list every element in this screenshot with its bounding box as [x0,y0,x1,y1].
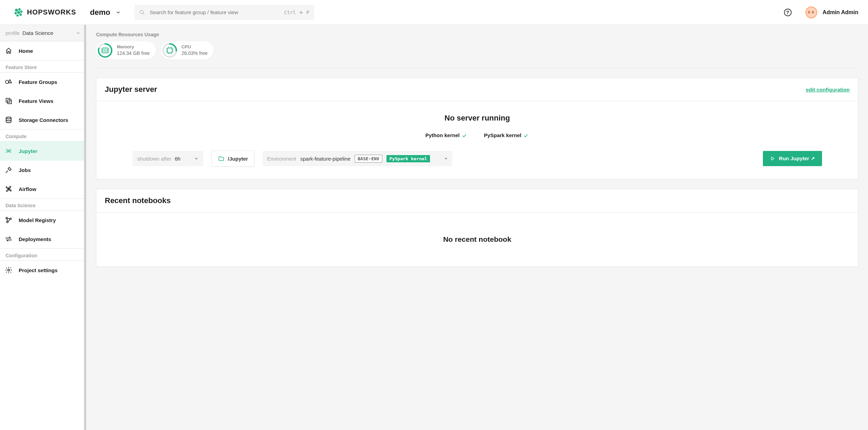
brand-logo[interactable]: HOPSWORKS [14,8,76,17]
sidebar-item-label: Home [19,48,33,54]
check-icon [461,132,467,138]
usage-memory: Memory 124.34 GB free [96,41,156,59]
chevron-down-icon [76,31,81,36]
shutdown-selector[interactable]: shutdown after 6h [132,151,203,166]
svg-line-8 [143,13,144,15]
project-name: demo [90,8,110,17]
sidebar-item-feature-views[interactable]: Feature Views [0,92,86,111]
no-recent-message: No recent notebook [105,225,850,254]
nav-section-configuration: Configuration [0,249,86,261]
usage-cpu: CPU 26.03% free [161,41,214,59]
sidebar-item-label: Project settings [19,267,58,273]
svg-point-5 [17,14,19,17]
sidebar-item-storage-connectors[interactable]: Storage Connectors [0,111,86,130]
profile-value: Data Science [22,30,53,36]
chevron-down-icon [116,10,121,15]
sidebar-item-airflow[interactable]: Airflow [0,180,86,199]
sidebar-item-label: Model Registry [19,217,56,223]
nav-section-compute: Compute [0,130,86,142]
svg-point-0 [15,9,18,12]
header: HOPSWORKS demo Ctrl + P ? A A Admin Admi… [0,0,868,25]
jupyter-icon [5,147,12,155]
nav-section-feature-store: Feature Store [0,60,86,73]
project-selector[interactable]: demo [90,8,121,17]
sidebar-item-label: Jobs [19,167,31,173]
chevron-down-icon [444,156,448,161]
sidebar-item-label: Deployments [19,236,51,242]
jupyter-title: Jupyter server [105,85,157,94]
base-env-badge: BASE-ENV [355,155,383,163]
memory-label: Memory [117,44,150,50]
edit-configuration-link[interactable]: edit configuration [806,87,850,93]
svg-point-12 [6,117,11,119]
user-name: Admin Admin [823,9,858,16]
jupyter-card: Jupyter server edit configuration No ser… [96,78,858,179]
sidebar-item-project-settings[interactable]: Project settings [0,261,86,280]
sidebar-item-deployments[interactable]: Deployments [0,230,86,249]
database-icon [5,116,12,124]
search-hint: Ctrl + P [284,9,309,16]
chevron-down-icon [194,156,198,161]
brand-name: HOPSWORKS [27,8,76,16]
logo-icon [14,8,23,17]
home-icon [5,47,12,55]
python-kernel-status: Python kernel [426,132,467,138]
profile-label: profile [6,30,20,36]
pyspark-kernel-status: PySpark kernel [484,132,529,138]
search-box[interactable]: Ctrl + P [134,5,314,20]
nav-section-data-science: Data Science [0,199,86,211]
svg-point-6 [19,13,22,16]
user-menu[interactable]: A A Admin Admin [805,7,858,18]
sidebar-item-label: Jupyter [19,148,37,154]
svg-point-2 [15,12,17,14]
cpu-value: 26.03% free [181,50,208,56]
search-input[interactable] [149,9,280,16]
svg-point-1 [18,8,21,10]
sidebar-item-model-registry[interactable]: Model Registry [0,211,86,230]
usage-title: Compute Resources Usage [96,32,858,37]
sidebar-item-label: Storage Connectors [19,117,68,123]
sidebar-item-home[interactable]: Home [0,41,86,60]
jupyter-path-button[interactable]: /Jupyter [212,151,254,166]
sidebar-item-feature-groups[interactable]: Feature Groups [0,73,86,92]
main-content: Compute Resources Usage Memory 124.34 GB… [86,25,868,430]
gavel-icon [5,166,12,174]
sidebar-item-label: Airflow [19,186,36,192]
folder-icon [218,155,224,162]
recent-notebooks-card: Recent notebooks No recent notebook [96,189,858,267]
sidebar-item-label: Feature Views [19,98,54,104]
memory-value: 124.34 GB free [117,50,150,56]
search-icon [139,10,145,15]
svg-point-4 [20,10,22,12]
copy-icon [5,97,12,105]
svg-point-3 [17,11,20,14]
memory-ring-icon [97,43,113,58]
avatar: A A [805,7,817,18]
check-icon [523,132,529,138]
svg-rect-26 [167,48,172,53]
environment-selector[interactable]: Environment spark-feature-pipeline BASE-… [263,151,452,166]
sidebar-item-jupyter[interactable]: Jupyter [0,142,86,161]
swap-icon [5,235,12,243]
network-icon [5,216,12,224]
pinwheel-icon [5,185,12,193]
recent-title: Recent notebooks [105,196,171,205]
svg-point-16 [8,269,10,271]
shapes-icon [5,78,12,86]
run-jupyter-button[interactable]: Run Jupyter ↗ [763,151,822,166]
pyspark-kernel-badge: PySpark kernel [386,155,430,162]
cpu-ring-icon [162,43,177,58]
no-server-message: No server running [105,114,850,123]
sidebar-item-jobs[interactable]: Jobs [0,161,86,180]
play-icon [770,156,775,161]
usage-bar: Compute Resources Usage Memory 124.34 GB… [86,25,868,68]
cpu-label: CPU [181,44,208,50]
sidebar: profile Data Science Home Feature Store … [0,25,86,430]
help-icon[interactable]: ? [784,9,792,16]
profile-selector[interactable]: profile Data Science [0,25,86,41]
svg-point-13 [6,217,8,219]
gear-icon [5,266,12,274]
kernel-status-row: Python kernel PySpark kernel [105,132,850,138]
sidebar-item-label: Feature Groups [19,79,57,85]
